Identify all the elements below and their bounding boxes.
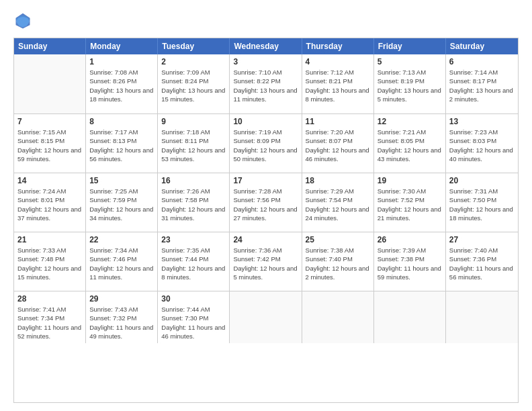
day-info: Sunrise: 7:20 AMSunset: 8:07 PMDaylight:… [306, 128, 370, 163]
day-info: Sunrise: 7:14 AMSunset: 8:17 PMDaylight:… [449, 68, 515, 103]
calendar-cell: 12Sunrise: 7:21 AMSunset: 8:05 PMDayligh… [374, 114, 446, 173]
day-info: Sunrise: 7:08 AMSunset: 8:26 PMDaylight:… [89, 68, 154, 103]
day-number: 15 [89, 176, 154, 185]
calendar-cell [230, 291, 302, 343]
day-number: 19 [378, 176, 442, 185]
day-info: Sunrise: 7:38 AMSunset: 7:40 PMDaylight:… [306, 246, 370, 281]
calendar-cell [374, 291, 446, 343]
day-info: Sunrise: 7:23 AMSunset: 8:03 PMDaylight:… [449, 128, 515, 163]
day-info: Sunrise: 7:44 AMSunset: 7:30 PMDaylight:… [161, 305, 226, 340]
calendar-cell: 1Sunrise: 7:08 AMSunset: 8:26 PMDaylight… [86, 54, 158, 113]
day-number: 7 [17, 117, 82, 126]
calendar-cell: 2Sunrise: 7:09 AMSunset: 8:24 PMDaylight… [158, 54, 230, 113]
calendar-cell: 18Sunrise: 7:29 AMSunset: 7:54 PMDayligh… [302, 173, 374, 232]
header-day-friday: Friday [374, 38, 446, 54]
header-day-sunday: Sunday [14, 38, 86, 54]
calendar-cell: 16Sunrise: 7:26 AMSunset: 7:58 PMDayligh… [158, 173, 230, 232]
calendar-cell: 23Sunrise: 7:35 AMSunset: 7:44 PMDayligh… [158, 232, 230, 291]
day-info: Sunrise: 7:29 AMSunset: 7:54 PMDaylight:… [306, 187, 370, 222]
day-number: 3 [233, 57, 298, 66]
day-number: 12 [378, 117, 442, 126]
calendar-cell: 17Sunrise: 7:28 AMSunset: 7:56 PMDayligh… [230, 173, 302, 232]
day-number: 29 [89, 294, 154, 304]
day-number: 30 [161, 294, 226, 304]
calendar-cell: 22Sunrise: 7:34 AMSunset: 7:46 PMDayligh… [86, 232, 158, 291]
calendar-week-5: 28Sunrise: 7:41 AMSunset: 7:34 PMDayligh… [14, 291, 518, 343]
calendar-week-1: 1Sunrise: 7:08 AMSunset: 8:26 PMDaylight… [14, 54, 518, 113]
day-info: Sunrise: 7:35 AMSunset: 7:44 PMDaylight:… [161, 246, 226, 281]
day-number: 10 [233, 117, 298, 126]
day-number: 17 [233, 176, 298, 185]
day-info: Sunrise: 7:43 AMSunset: 7:32 PMDaylight:… [89, 305, 154, 340]
day-number: 2 [161, 57, 226, 66]
day-number: 23 [161, 235, 226, 244]
day-info: Sunrise: 7:21 AMSunset: 8:05 PMDaylight:… [378, 128, 442, 163]
logo-icon [13, 12, 32, 31]
day-number: 24 [233, 235, 298, 244]
calendar-cell: 4Sunrise: 7:12 AMSunset: 8:21 PMDaylight… [302, 54, 374, 113]
calendar-cell: 21Sunrise: 7:33 AMSunset: 7:48 PMDayligh… [14, 232, 86, 291]
day-info: Sunrise: 7:24 AMSunset: 8:01 PMDaylight:… [17, 187, 82, 222]
calendar-body: 1Sunrise: 7:08 AMSunset: 8:26 PMDaylight… [14, 54, 518, 343]
day-number: 22 [89, 235, 154, 244]
calendar-header-row: SundayMondayTuesdayWednesdayThursdayFrid… [14, 38, 518, 54]
calendar-cell: 29Sunrise: 7:43 AMSunset: 7:32 PMDayligh… [86, 291, 158, 343]
day-info: Sunrise: 7:39 AMSunset: 7:38 PMDaylight:… [378, 246, 442, 281]
day-info: Sunrise: 7:26 AMSunset: 7:58 PMDaylight:… [161, 187, 226, 222]
calendar-cell [14, 54, 86, 113]
calendar-cell: 19Sunrise: 7:30 AMSunset: 7:52 PMDayligh… [374, 173, 446, 232]
calendar-cell: 7Sunrise: 7:15 AMSunset: 8:15 PMDaylight… [14, 114, 86, 173]
day-number: 25 [306, 235, 370, 244]
day-info: Sunrise: 7:31 AMSunset: 7:50 PMDaylight:… [449, 187, 515, 222]
calendar-cell: 14Sunrise: 7:24 AMSunset: 8:01 PMDayligh… [14, 173, 86, 232]
calendar-cell: 27Sunrise: 7:40 AMSunset: 7:36 PMDayligh… [446, 232, 518, 291]
calendar-week-2: 7Sunrise: 7:15 AMSunset: 8:15 PMDaylight… [14, 113, 518, 173]
calendar: SundayMondayTuesdayWednesdayThursdayFrid… [13, 38, 519, 403]
day-number: 26 [378, 235, 442, 244]
calendar-cell: 3Sunrise: 7:10 AMSunset: 8:22 PMDaylight… [230, 54, 302, 113]
calendar-cell: 6Sunrise: 7:14 AMSunset: 8:17 PMDaylight… [446, 54, 518, 113]
calendar-cell: 30Sunrise: 7:44 AMSunset: 7:30 PMDayligh… [158, 291, 230, 343]
day-info: Sunrise: 7:36 AMSunset: 7:42 PMDaylight:… [233, 246, 298, 281]
day-info: Sunrise: 7:09 AMSunset: 8:24 PMDaylight:… [161, 68, 226, 103]
calendar-cell: 10Sunrise: 7:19 AMSunset: 8:09 PMDayligh… [230, 114, 302, 173]
day-info: Sunrise: 7:30 AMSunset: 7:52 PMDaylight:… [378, 187, 442, 222]
day-number: 27 [449, 235, 515, 244]
day-number: 21 [17, 235, 82, 244]
day-info: Sunrise: 7:33 AMSunset: 7:48 PMDaylight:… [17, 246, 82, 281]
day-info: Sunrise: 7:34 AMSunset: 7:46 PMDaylight:… [89, 246, 154, 281]
calendar-cell: 11Sunrise: 7:20 AMSunset: 8:07 PMDayligh… [302, 114, 374, 173]
day-number: 28 [17, 294, 82, 304]
day-info: Sunrise: 7:12 AMSunset: 8:21 PMDaylight:… [306, 68, 370, 103]
calendar-cell [446, 291, 518, 343]
day-number: 1 [89, 57, 154, 66]
day-info: Sunrise: 7:17 AMSunset: 8:13 PMDaylight:… [89, 128, 154, 163]
day-number: 14 [17, 176, 82, 185]
day-info: Sunrise: 7:40 AMSunset: 7:36 PMDaylight:… [449, 246, 515, 281]
day-number: 20 [449, 176, 515, 185]
calendar-cell: 28Sunrise: 7:41 AMSunset: 7:34 PMDayligh… [14, 291, 86, 343]
calendar-week-3: 14Sunrise: 7:24 AMSunset: 8:01 PMDayligh… [14, 173, 518, 232]
day-info: Sunrise: 7:18 AMSunset: 8:11 PMDaylight:… [161, 128, 226, 163]
calendar-cell: 25Sunrise: 7:38 AMSunset: 7:40 PMDayligh… [302, 232, 374, 291]
day-info: Sunrise: 7:41 AMSunset: 7:34 PMDaylight:… [17, 305, 82, 340]
day-number: 6 [449, 57, 515, 66]
calendar-cell: 13Sunrise: 7:23 AMSunset: 8:03 PMDayligh… [446, 114, 518, 173]
day-number: 16 [161, 176, 226, 185]
calendar-cell: 20Sunrise: 7:31 AMSunset: 7:50 PMDayligh… [446, 173, 518, 232]
calendar-cell: 15Sunrise: 7:25 AMSunset: 7:59 PMDayligh… [86, 173, 158, 232]
day-info: Sunrise: 7:28 AMSunset: 7:56 PMDaylight:… [233, 187, 298, 222]
page: SundayMondayTuesdayWednesdayThursdayFrid… [0, 0, 532, 411]
day-info: Sunrise: 7:15 AMSunset: 8:15 PMDaylight:… [17, 128, 82, 163]
header-day-tuesday: Tuesday [158, 38, 230, 54]
calendar-cell: 8Sunrise: 7:17 AMSunset: 8:13 PMDaylight… [86, 114, 158, 173]
logo [13, 12, 35, 31]
day-info: Sunrise: 7:19 AMSunset: 8:09 PMDaylight:… [233, 128, 298, 163]
header-day-wednesday: Wednesday [230, 38, 302, 54]
day-info: Sunrise: 7:25 AMSunset: 7:59 PMDaylight:… [89, 187, 154, 222]
day-number: 11 [306, 117, 370, 126]
day-info: Sunrise: 7:13 AMSunset: 8:19 PMDaylight:… [378, 68, 442, 103]
calendar-cell: 26Sunrise: 7:39 AMSunset: 7:38 PMDayligh… [374, 232, 446, 291]
calendar-cell: 24Sunrise: 7:36 AMSunset: 7:42 PMDayligh… [230, 232, 302, 291]
header-day-thursday: Thursday [302, 38, 374, 54]
